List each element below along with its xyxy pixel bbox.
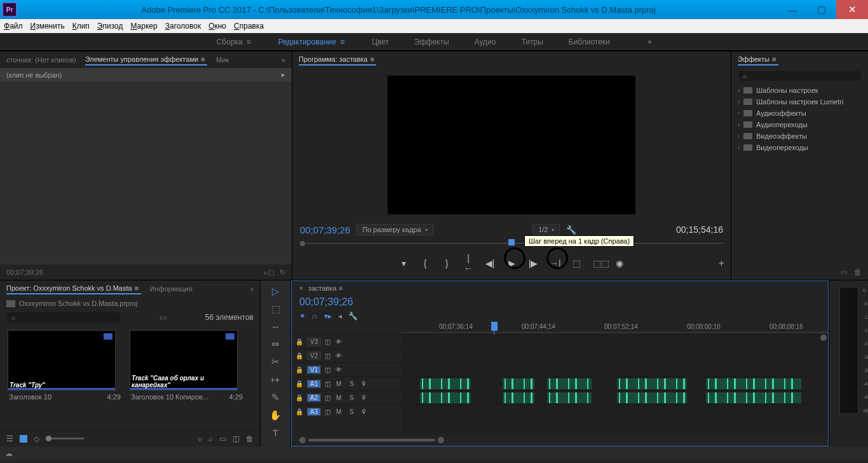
panel-overflow[interactable]: » (250, 286, 254, 293)
hamburger-icon[interactable] (370, 55, 376, 63)
ws-editing[interactable]: Редактирование (278, 38, 346, 46)
mute-icon[interactable]: M (334, 394, 343, 401)
timeline-playhead[interactable] (491, 322, 498, 331)
h-scrollbar[interactable] (308, 439, 435, 441)
mute-icon[interactable]: M (334, 408, 343, 415)
fx-icon[interactable]: ◫ (325, 408, 330, 415)
resolution-dropdown[interactable]: 1/2▾ (532, 224, 560, 235)
program-ruler[interactable] (300, 239, 723, 248)
razor-tool[interactable]: ✂ (271, 356, 280, 368)
tab-effects[interactable]: Эффекты (738, 54, 778, 66)
lock-icon[interactable]: 🔒 (295, 380, 303, 387)
type-tool[interactable]: T (273, 427, 278, 438)
menu-help[interactable]: Справка (234, 22, 264, 31)
freeform-view-icon[interactable]: ◇ (34, 434, 39, 443)
hamburger-icon[interactable] (772, 55, 778, 63)
export-frame-button[interactable]: ◉ (614, 258, 625, 268)
linked-selection-icon[interactable]: ∩ (312, 312, 318, 321)
hamburger-icon[interactable] (339, 284, 345, 292)
ws-audio[interactable]: Аудио (475, 38, 496, 46)
program-preview[interactable] (292, 68, 731, 221)
program-tc-left[interactable]: 00;07;39;26 (300, 225, 350, 235)
close-seq-icon[interactable]: × (299, 285, 303, 292)
tab-info[interactable]: Информация (150, 284, 193, 294)
ec-timecode[interactable]: 00;07;39;26 (6, 268, 43, 276)
v-scroll-knob[interactable] (820, 335, 827, 341)
snap-icon[interactable]: ⁕ (299, 312, 306, 321)
mute-icon[interactable]: M (334, 380, 343, 387)
fx-icon[interactable]: ◫ (325, 366, 330, 373)
menu-edit[interactable]: Изменить (31, 22, 65, 31)
tab-project[interactable]: Проект: Oxxxymiron Schokk vs D.Masta (6, 283, 141, 294)
track-lanes[interactable] (401, 335, 828, 434)
fx-folder[interactable]: ›Видеоэффекты (734, 130, 865, 142)
ec-loop-icon[interactable]: ↻ (280, 268, 285, 277)
timeline-ruler[interactable]: 00;07;36;14 00;07;44;14 00;07;52;14 00;0… (401, 323, 828, 335)
lock-icon[interactable]: 🔒 (295, 338, 303, 345)
track-header-v3[interactable]: 🔒V3◫👁 (292, 335, 401, 349)
eye-icon[interactable]: 👁 (334, 366, 343, 373)
close-button[interactable]: ✕ (836, 0, 868, 19)
project-item[interactable]: Track "Тру" Заголовок 104;29 (8, 330, 122, 425)
lock-icon[interactable]: 🔒 (295, 352, 303, 359)
fx-icon[interactable]: ◫ (325, 380, 330, 387)
list-view-icon[interactable]: ☰ (6, 434, 13, 443)
step-forward-button[interactable]: |▶ (528, 258, 538, 268)
settings-icon[interactable]: 🔧 (348, 312, 358, 321)
project-item[interactable]: Track "Сага об орлах и канарейках" Загол… (130, 330, 244, 425)
track-header-a1[interactable]: 🔒A1◫MS🎙 (292, 377, 401, 390)
rolling-tool[interactable]: ⇔ (271, 338, 280, 350)
effects-search[interactable]: ⌕ (738, 71, 862, 81)
zoom-fit-dropdown[interactable]: По размеру кадра▾ (356, 224, 433, 235)
menu-sequence[interactable]: Эпизод (97, 22, 123, 31)
new-bin-icon[interactable]: ▭ (841, 268, 848, 277)
step-back-button[interactable]: ◀| (485, 258, 495, 268)
h-zoom-right[interactable] (438, 437, 444, 443)
solo-icon[interactable]: S (347, 380, 356, 387)
trash-icon[interactable]: 🗑 (854, 268, 862, 277)
tab-source[interactable]: сточник: (Нет клипов) (6, 55, 76, 65)
voice-icon[interactable]: 🎙 (360, 394, 369, 401)
in-point-button[interactable]: { (420, 258, 430, 268)
fx-folder[interactable]: ›Видеопереходы (734, 142, 865, 153)
lock-icon[interactable]: 🔒 (295, 394, 303, 401)
fx-icon[interactable]: ◫ (325, 394, 330, 401)
fx-icon[interactable]: ◫ (325, 352, 330, 359)
new-item-icon[interactable]: ◫ (233, 434, 240, 443)
voice-icon[interactable]: 🎙 (360, 408, 369, 415)
trash-icon[interactable]: 🗑 (246, 434, 254, 443)
maximize-button[interactable]: ▢ (807, 0, 836, 19)
tab-program[interactable]: Программа: заставка (299, 54, 376, 66)
menu-window[interactable]: Окно (208, 22, 226, 31)
new-bin-icon[interactable]: ▭ (219, 434, 226, 443)
filter-bin-icon[interactable]: ▭ (159, 313, 166, 322)
sort-icon[interactable]: ⟐ (198, 434, 202, 443)
track-header-a3[interactable]: 🔒A3◫MS🎙 (292, 404, 401, 418)
fx-folder[interactable]: ›Аудиоэффекты (734, 107, 865, 119)
marker-button[interactable]: ▾ (398, 258, 409, 268)
fx-folder[interactable]: ›Шаблоны настроек (734, 85, 865, 96)
lift-button[interactable]: ⬚ (571, 258, 581, 268)
tab-effect-controls[interactable]: Элементы управления эффектами (85, 54, 207, 66)
hamburger-icon[interactable] (201, 55, 207, 63)
track-header-v1[interactable]: 🔒V1◫👁 (292, 363, 401, 377)
solo-icon[interactable]: S (347, 408, 356, 415)
icon-view-icon[interactable] (20, 435, 27, 443)
h-zoom-left[interactable] (299, 437, 306, 443)
extract-button[interactable]: ⬚⬚ (593, 258, 603, 268)
ripple-tool[interactable]: ↔ (271, 321, 280, 332)
marker-icon[interactable]: ▾▸ (324, 312, 332, 321)
fx-folder[interactable]: ›Аудиопереходы (734, 119, 865, 130)
settings-icon[interactable]: 🔧 (566, 225, 576, 235)
track-header-v2[interactable]: 🔒V2◫👁 (292, 349, 401, 363)
button-editor[interactable]: + (719, 258, 724, 269)
track-select-tool[interactable]: ⬚ (271, 303, 280, 315)
tab-mixer[interactable]: Мик (216, 55, 229, 65)
cc-icon[interactable]: ☁ (5, 449, 13, 458)
ec-play-icon[interactable]: ▹▢ (264, 268, 275, 277)
minimize-button[interactable]: — (778, 0, 807, 19)
sequence-tab[interactable]: заставка (308, 284, 345, 292)
out-point-button[interactable]: } (442, 258, 452, 268)
menu-file[interactable]: Файл (4, 22, 23, 31)
menu-marker[interactable]: Маркер (130, 22, 157, 31)
